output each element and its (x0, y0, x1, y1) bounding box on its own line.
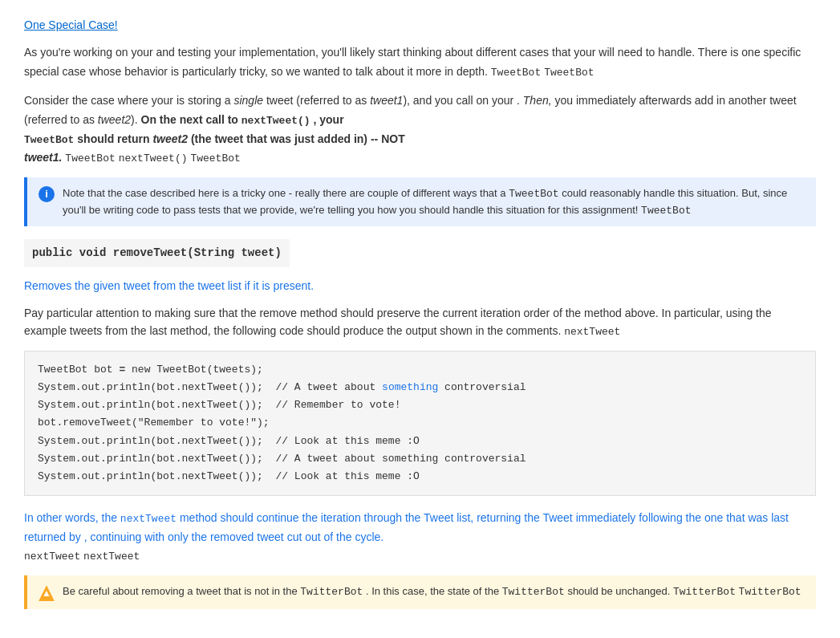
warning-box-text: Be careful about removing a tweet that i… (63, 583, 801, 600)
nexttweet-mono-1: nextTweet() (241, 115, 310, 127)
tweetbot-mono-3: TweetBot (190, 152, 240, 165)
section-title: One Special Case! (24, 16, 816, 34)
code-line-3: System.out.println(bot.nextTweet()); // … (38, 399, 400, 411)
method-signature: public void removeTweet(String tweet) (24, 239, 816, 276)
code-line-2: System.out.println(bot.nextTweet()); // … (38, 381, 526, 393)
removes-text: Removes the given tweet from the tweet l… (24, 279, 314, 292)
tweetbot-bold: TweetBot (24, 134, 74, 146)
consider-paragraph: Consider the case where your is storing … (24, 91, 816, 168)
warning-box: ▲ Be careful about removing a tweet that… (24, 575, 816, 609)
then-italic: Then, (523, 94, 552, 107)
twitterbot-warn-4: TwitterBot (739, 586, 801, 598)
info-icon: i (39, 186, 55, 202)
nexttweet-inline-1: nextTweet (120, 513, 177, 525)
twitterbot-warn-2: TwitterBot (502, 586, 565, 598)
method-sig-text: public void removeTweet(String tweet) (24, 239, 290, 266)
single-italic: single (233, 94, 263, 107)
nexttweet-mono-2: nextTweet() (119, 152, 188, 165)
code-block: TweetBot bot = new TweetBot(tweets); Sys… (24, 351, 816, 496)
intro-paragraph: As you're working on your and testing yo… (24, 43, 816, 82)
code-line-5: System.out.println(bot.nextTweet()); // … (38, 435, 420, 447)
nexttweet-pay: nextTweet (564, 326, 620, 338)
code-line-4: bot.removeTweet("Remember to vote!"); (38, 417, 270, 429)
tweet1-bold-italic: tweet1. (24, 151, 62, 164)
tweet2-italic: tweet2 (98, 113, 131, 126)
nexttweet-bottom-2: nextTweet (83, 551, 140, 563)
page-container: One Special Case! As you're working on y… (24, 16, 816, 609)
pay-attention-paragraph: Pay particular attention to making sure … (24, 304, 816, 341)
code-line-7: System.out.println(bot.nextTweet()); // … (38, 470, 420, 482)
tweetbot-info: TweetBot (509, 188, 558, 200)
code-line-1: TweetBot bot = new TweetBot(tweets); (38, 364, 263, 376)
in-other-words-paragraph: In other words, the nextTweet method sho… (24, 509, 816, 566)
next-call-bold: On the next call to nextTweet() , your (141, 113, 344, 126)
info-box: i Note that the case described here is a… (24, 177, 816, 226)
info-box-text: Note that the case described here is a t… (63, 185, 805, 218)
blue-text-start: In other words, the nextTweet method sho… (24, 511, 789, 543)
tweet1-italic: tweet1 (370, 94, 403, 107)
twitterbot-warn-3: TwitterBot (673, 586, 736, 598)
should-return-bold: should return tweet2 (the tweet that was… (77, 132, 404, 145)
tweetbot-mono-2: TweetBot (65, 152, 115, 165)
removes-paragraph: Removes the given tweet from the tweet l… (24, 277, 816, 295)
code-line-6: System.out.println(bot.nextTweet()); // … (38, 453, 526, 465)
tweetbot-inline-2: TweetBot (544, 67, 594, 79)
warning-icon: ▲ (39, 585, 55, 601)
tweetbot-info-2: TweetBot (641, 205, 691, 217)
tweetbot-inline-1: TweetBot (491, 67, 541, 79)
twitterbot-warn-1: TwitterBot (300, 586, 363, 598)
nexttweet-bottom-1: nextTweet (24, 551, 80, 563)
